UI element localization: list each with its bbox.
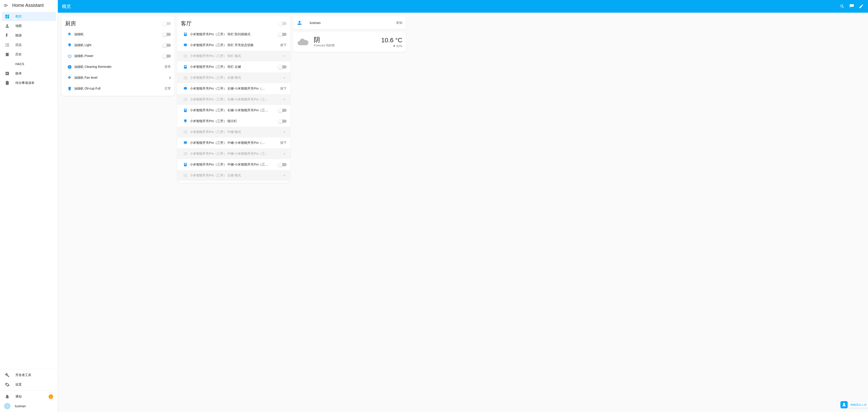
- entity-label: 油烟机 Cleaning Reminder: [74, 65, 164, 69]
- entity-row[interactable]: 小米智能开关Pro（三开） 中键-小米智能开关Pro（三…: [177, 148, 290, 159]
- entity-label: 小米智能开关Pro（三开） 右键-小米智能开关Pro（…: [190, 87, 280, 91]
- entity-row[interactable]: 小米智能开关Pro（三开） 右键-小米智能开关Pro（… 按下: [177, 83, 290, 94]
- weather-icon: [297, 36, 309, 49]
- sidebar-item[interactable]: 媒体: [2, 69, 56, 78]
- entity-row[interactable]: 油烟机 Fan level 0: [61, 72, 175, 83]
- entity-row[interactable]: 小米智能开关Pro（三开） 中键-小米智能开关Pro（… 按下: [177, 138, 290, 148]
- sidebar-item-label: 日志: [16, 43, 53, 47]
- entity-row[interactable]: 小米智能开关Pro（三开） 右键-小米智能开关Pro（三…: [177, 94, 290, 105]
- sidebar-item[interactable]: 待办事项清单: [2, 79, 56, 88]
- entity-row[interactable]: 小米智能开关Pro（三开） 右键 模式: [177, 72, 290, 83]
- entity-row[interactable]: 小米智能开关Pro（三开） 筒灯 防闪烁模式: [177, 29, 290, 40]
- sidebar-item-label: HACS: [16, 62, 53, 66]
- sidebar-item-label: 设置: [16, 383, 53, 387]
- sidebar-item-label: 地图: [16, 24, 53, 28]
- upload-fab[interactable]: 拖拽至此上传: [840, 401, 868, 408]
- sidebar-item[interactable]: 历史: [2, 50, 56, 59]
- sidebar-item-label: 能源: [16, 33, 53, 37]
- entity-value: 按下: [280, 43, 287, 47]
- card-header-toggle[interactable]: [278, 22, 287, 25]
- notification-badge: 1: [49, 394, 53, 399]
- entity-toggle[interactable]: [163, 43, 171, 47]
- sidebar-item[interactable]: 概览: [2, 12, 56, 21]
- entity-row[interactable]: 油烟机 Oil-cup Full 正常: [61, 83, 175, 94]
- entity-label: 小米智能开关Pro（三开） 筒灯 模式: [190, 54, 282, 58]
- entity-toggle[interactable]: [163, 33, 171, 36]
- nav-icon: [4, 382, 10, 387]
- entity-label: 油烟机 Power: [74, 54, 163, 58]
- entity-toggle[interactable]: [163, 55, 171, 58]
- entity-row[interactable]: 油烟机 Power: [61, 51, 175, 61]
- entity-value: 0: [169, 76, 171, 80]
- fan-icon: [65, 32, 74, 37]
- sidebar-item-label: 开发者工具: [16, 373, 53, 377]
- nav-icon: [4, 33, 10, 38]
- person-state: 未知: [396, 21, 402, 25]
- chevron-down-icon[interactable]: [282, 54, 287, 58]
- dashboard-content: 厨房 油烟机 油烟机 Light 油烟机 Power: [58, 13, 868, 412]
- chevron-down-icon[interactable]: [282, 97, 287, 102]
- entity-label: 油烟机 Fan level: [74, 76, 169, 80]
- sidebar: Home Assistant 概览 地图 能源 日志 历史 HACS 媒体 待办…: [0, 0, 58, 412]
- entity-row[interactable]: 小米智能开关Pro（三开） 指示灯: [177, 116, 290, 127]
- edit-icon[interactable]: [859, 4, 864, 9]
- sidebar-item[interactable]: 能源: [2, 31, 56, 40]
- entity-row[interactable]: 油烟机 Light: [61, 40, 175, 51]
- entity-row[interactable]: 油烟机: [61, 29, 175, 40]
- sidebar-item-user[interactable]: l lusiman: [2, 402, 56, 411]
- person-name: lusiman: [310, 21, 396, 25]
- card-header-toggle[interactable]: [163, 22, 171, 25]
- weather-humidity: 82%: [381, 44, 402, 48]
- card-person[interactable]: lusiman 未知: [293, 16, 406, 29]
- baidu-icon: [840, 401, 848, 408]
- press-icon: [181, 86, 190, 91]
- entity-row[interactable]: 小米智能开关Pro（三开） 中键 模式: [177, 127, 290, 138]
- sidebar-collapse-icon[interactable]: [4, 3, 8, 8]
- entity-toggle[interactable]: [278, 120, 287, 123]
- sidebar-item[interactable]: 开发者工具: [2, 371, 56, 380]
- chevron-down-icon[interactable]: [282, 130, 287, 134]
- list-icon: [181, 130, 190, 134]
- assist-icon[interactable]: [849, 4, 855, 9]
- chevron-down-icon[interactable]: [282, 173, 287, 178]
- chevron-down-icon[interactable]: [282, 151, 287, 156]
- entity-label: 小米智能开关Pro（三开） 右键 模式: [190, 76, 282, 80]
- press-icon: [181, 141, 190, 145]
- sidebar-item[interactable]: HACS: [2, 59, 56, 68]
- chevron-down-icon[interactable]: [282, 76, 287, 80]
- entity-row[interactable]: 油烟机 Cleaning Reminder 异常: [61, 61, 175, 72]
- entity-row[interactable]: 小米智能开关Pro（三开） 筒灯 模式: [177, 51, 290, 61]
- page-title: 概览: [62, 3, 839, 9]
- alert-icon: [65, 65, 74, 69]
- card-weather[interactable]: 阴 Forecast 我的家 10.6 °C 82%: [293, 32, 406, 52]
- sidebar-item[interactable]: 设置: [2, 380, 56, 389]
- topbar: 概览: [58, 0, 868, 13]
- sidebar-header: Home Assistant: [0, 0, 58, 11]
- entity-label: 小米智能开关Pro（三开） 筒灯 左键: [190, 65, 278, 69]
- entity-toggle[interactable]: [278, 33, 287, 36]
- sidebar-item[interactable]: 地图: [2, 22, 56, 31]
- entity-toggle[interactable]: [278, 109, 287, 112]
- entity-row[interactable]: 小米智能开关Pro（三开） 右键-小米智能开关Pro（三…: [177, 105, 290, 116]
- bulb-icon: [65, 43, 74, 48]
- list-icon: [181, 173, 190, 178]
- sidebar-footer: 通知 1 l lusiman: [0, 390, 58, 412]
- sidebar-item[interactable]: 日志: [2, 40, 56, 50]
- sidebar-item-notifications[interactable]: 通知 1: [2, 392, 56, 401]
- entity-row[interactable]: 小米智能开关Pro（三开） 中键-小米智能开关Pro（三…: [177, 159, 290, 170]
- card-living: 客厅 小米智能开关Pro（三开） 筒灯 防闪烁模式 小米智能开关Pro（三开） …: [177, 16, 290, 183]
- search-icon[interactable]: [839, 4, 845, 9]
- switch-icon: [181, 163, 190, 167]
- entity-row[interactable]: 小米智能开关Pro（三开） 左键 模式: [177, 170, 290, 181]
- entity-toggle[interactable]: [278, 163, 287, 166]
- entity-row[interactable]: 小米智能开关Pro（三开） 筒灯 左键: [177, 61, 290, 72]
- sidebar-nav: 概览 地图 能源 日志 历史 HACS 媒体 待办事项清单: [0, 11, 58, 369]
- entity-value: 按下: [280, 141, 287, 145]
- entity-label: 油烟机 Oil-cup Full: [74, 87, 164, 91]
- entity-row[interactable]: 小米智能开关Pro（三开） 筒灯 开关状态切换 按下: [177, 40, 290, 51]
- entity-label: 小米智能开关Pro（三开） 中键-小米智能开关Pro（三…: [190, 163, 278, 167]
- entity-toggle[interactable]: [278, 65, 287, 68]
- press-icon: [181, 43, 190, 48]
- switch-icon: [181, 32, 190, 37]
- switch-icon: [181, 108, 190, 113]
